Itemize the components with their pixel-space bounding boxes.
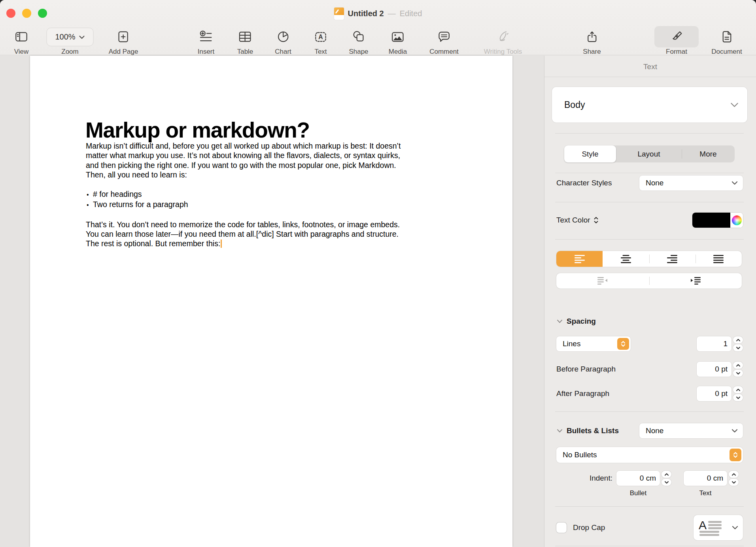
stepper-down-button[interactable] (729, 479, 739, 486)
increase-indent-button[interactable] (649, 273, 742, 289)
table-button[interactable]: Table (237, 26, 253, 55)
divider (555, 546, 744, 546)
stepper-up-button[interactable] (733, 362, 743, 369)
bullet-indent-field[interactable]: 0 cm (616, 471, 660, 486)
zoom-control[interactable]: 100% Zoom (47, 26, 94, 55)
chevron-down-icon (79, 35, 85, 39)
insert-button[interactable]: Insert (198, 26, 215, 55)
text-insertion-caret (221, 240, 222, 248)
popup-stepper-icon (730, 449, 741, 461)
text-color-well[interactable] (692, 213, 743, 228)
table-icon (238, 29, 253, 44)
text-line[interactable]: matter what markup you use. It’s not abo… (86, 151, 401, 160)
share-button[interactable]: Share (583, 26, 601, 55)
window-title: Untitled 2 (348, 9, 384, 18)
after-paragraph-field[interactable]: 0 pt (697, 386, 731, 401)
text-line[interactable]: Markup isn’t difficult and, before you g… (86, 141, 401, 151)
character-styles-dropdown[interactable]: None (639, 175, 743, 191)
text-button[interactable]: A Text (313, 26, 328, 55)
text-line[interactable]: Then, all you need to learn is: (86, 170, 401, 179)
text-color-control[interactable]: Text Color (556, 216, 599, 224)
shape-button[interactable]: Shape (349, 26, 368, 55)
tab-more[interactable]: More (682, 145, 735, 162)
spacing-disclosure-chevron[interactable] (557, 319, 563, 323)
zoom-dropdown[interactable]: 100% (47, 28, 94, 46)
bullet-item[interactable]: •# for headings (86, 189, 401, 200)
chart-button[interactable]: Chart (275, 26, 291, 55)
add-page-icon (116, 29, 131, 44)
comment-button[interactable]: Comment (429, 26, 459, 55)
line-spacing-popup[interactable]: Lines (556, 336, 631, 351)
document-icon (719, 29, 734, 44)
document-button[interactable]: Document (711, 26, 742, 55)
align-right-icon (667, 255, 677, 263)
fullscreen-button[interactable] (38, 9, 47, 18)
stepper-down-button[interactable] (733, 394, 743, 401)
drop-cap-icon: A (699, 520, 723, 536)
align-justify-button[interactable] (696, 251, 742, 267)
align-left-button[interactable] (556, 251, 603, 267)
media-label: Media (389, 48, 407, 55)
drop-cap-label: Drop Cap (573, 523, 605, 532)
document-heading[interactable]: Markup or markdown? (85, 117, 310, 143)
popup-stepper-icon (617, 338, 629, 350)
add-page-button[interactable]: Add Page (109, 26, 138, 55)
align-right-button[interactable] (649, 251, 696, 267)
text-line[interactable]: and then picking the right one. If you w… (86, 160, 401, 170)
drop-cap-style-dropdown[interactable]: A (694, 515, 743, 540)
stepper-down-button[interactable] (733, 370, 743, 377)
divider (555, 202, 744, 202)
divider (555, 173, 744, 173)
format-active-background (654, 26, 699, 47)
close-button[interactable] (6, 9, 15, 18)
text-color-label: Text Color (556, 216, 590, 224)
text-line[interactable]: The rest is optional. But remember this: (86, 239, 401, 248)
drop-cap-checkbox[interactable] (556, 522, 567, 533)
paragraph-style-dropdown[interactable]: Body (552, 87, 747, 123)
minimize-button[interactable] (22, 9, 31, 18)
bullets-lists-dropdown[interactable]: None (639, 423, 743, 438)
before-paragraph-field[interactable]: 0 pt (697, 362, 731, 377)
text-line[interactable]: That’s it. You don’t need to memorize th… (86, 220, 401, 229)
align-justify-icon (713, 255, 724, 263)
color-picker-button[interactable] (730, 213, 743, 228)
view-button[interactable]: View (14, 26, 29, 55)
document-page[interactable]: Markup or markdown? Markup isn’t difficu… (30, 56, 512, 547)
tab-style[interactable]: Style (564, 145, 616, 162)
bullets-lists-disclosure-chevron[interactable] (557, 429, 563, 433)
text-indent-field[interactable]: 0 cm (684, 471, 727, 486)
text-indent-caption: Text (690, 489, 721, 497)
writing-tools-label: Writing Tools (484, 48, 522, 55)
up-down-chevrons-icon (593, 216, 599, 224)
stepper-down-button[interactable] (733, 344, 743, 351)
insert-icon (198, 29, 214, 44)
chart-label: Chart (275, 48, 291, 55)
document-body-text[interactable]: Markup isn’t difficult and, before you g… (86, 141, 401, 249)
after-paragraph-label: After Paragraph (556, 389, 609, 398)
shape-icon (351, 29, 366, 44)
stepper-down-button[interactable] (662, 479, 671, 486)
format-label: Format (666, 48, 687, 55)
bullet-item[interactable]: •Two returns for a paragraph (86, 200, 401, 210)
view-label: View (14, 48, 29, 55)
divider (544, 77, 756, 77)
text-line[interactable]: You can learn those later—if you need th… (86, 229, 401, 239)
align-center-button[interactable] (603, 251, 649, 267)
line-spacing-value-field[interactable]: 1 (697, 336, 731, 351)
blank-line (86, 179, 401, 189)
stepper-up-button[interactable] (733, 386, 743, 393)
character-styles-label: Character Styles (556, 179, 612, 187)
indent-control (556, 273, 742, 289)
stepper-up-button[interactable] (733, 336, 743, 343)
spacing-section-title: Spacing (567, 317, 596, 326)
media-button[interactable]: Media (389, 26, 407, 55)
format-button[interactable]: Format (654, 26, 699, 55)
tab-layout[interactable]: Layout (616, 145, 682, 162)
decrease-indent-button[interactable] (556, 273, 649, 289)
stepper-up-button[interactable] (662, 471, 671, 478)
segment-separator (649, 277, 650, 285)
stepper-up-button[interactable] (729, 471, 739, 478)
bullet-indent-stepper (662, 471, 671, 486)
color-swatch-black[interactable] (692, 213, 730, 228)
list-style-popup[interactable]: No Bullets (556, 447, 743, 463)
